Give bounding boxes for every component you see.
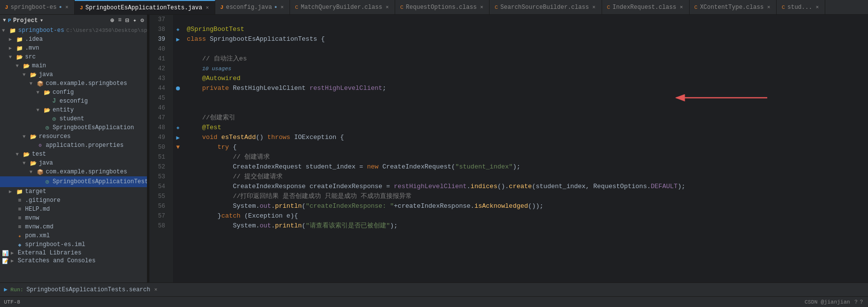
- tree-item-java-test[interactable]: ▼ 📂 java: [0, 159, 147, 167]
- tab-label: springboot-es: [11, 4, 57, 11]
- gutter-49[interactable]: ▶: [173, 133, 183, 142]
- tab-IndexRequest[interactable]: C IndexRequest.class ×: [602, 0, 690, 15]
- tree-item-app[interactable]: ▶ ⊙ SpringbootEsApplication: [0, 123, 147, 132]
- tree-item-tests-selected[interactable]: ▶ ⊙ SpringbootEsApplicationTests: [0, 176, 147, 187]
- tab-close[interactable]: ×: [64, 4, 70, 10]
- tab-MatchQueryBuilder[interactable]: C MatchQueryBuilder.class ×: [290, 0, 395, 15]
- tree-item-resources[interactable]: ▼ 📂 resources: [0, 132, 147, 141]
- tab-esconfig[interactable]: J esconfig.java ● ×: [215, 0, 290, 15]
- gutter-44[interactable]: [173, 84, 183, 93]
- tab-SearchSourceBuilder[interactable]: C SearchSourceBuilder.class ×: [490, 0, 602, 15]
- run-close[interactable]: ×: [154, 287, 158, 293]
- folder-icon: 📂: [43, 88, 51, 96]
- toolbar-icon-4[interactable]: ✦: [133, 17, 137, 24]
- annotation-test: @Test: [202, 123, 221, 133]
- tree-item-test[interactable]: ▼ 📂 test: [0, 150, 147, 159]
- tree-item-iml[interactable]: ▶ ◆ springboot-es.iml: [0, 240, 147, 249]
- line-num-44: 44: [149, 84, 169, 93]
- tab-close[interactable]: ×: [205, 5, 210, 11]
- folder-icon: 📁: [16, 188, 24, 195]
- status-info: UTF-8: [4, 299, 20, 305]
- tree-item-external-libs[interactable]: 📊 ▶ External Libraries: [0, 249, 147, 257]
- bar-chart-icon: 📊: [2, 250, 9, 256]
- line-num-42: 42: [149, 64, 169, 74]
- code-content[interactable]: @SpringBootTest class SpringbootEsApplic…: [183, 15, 868, 282]
- line-num-49: 49: [149, 133, 169, 142]
- bookmark-icon: ◈: [176, 125, 179, 131]
- tree-label: Scratches and Consoles: [18, 257, 95, 264]
- line-num-50: 50: [149, 142, 169, 152]
- tree-item-mvnw[interactable]: ▶ ≡ mvnw: [0, 214, 147, 223]
- gutter-39[interactable]: ▶: [173, 34, 183, 44]
- tree-item-mvn[interactable]: ▶ 📁 .mvn: [0, 44, 147, 53]
- java-file-icon: ⊙: [50, 115, 58, 123]
- tab-springboot-es[interactable]: J springboot-es ● ×: [0, 0, 75, 15]
- line-num-58: 58: [149, 221, 169, 231]
- toolbar-icon-5[interactable]: ⚙: [141, 17, 144, 24]
- code-view: 37 38 39 40 41 42 43 44 45 46 47 48 49 5…: [149, 15, 868, 282]
- tab-close[interactable]: ×: [679, 4, 684, 10]
- tab-close[interactable]: ×: [591, 4, 597, 10]
- string-result: "createIndexResponse: ": [306, 201, 394, 211]
- tree-item-properties[interactable]: ▶ ⚙ application.properties: [0, 141, 147, 150]
- gutter-47: [173, 113, 183, 123]
- toolbar-icon-2[interactable]: ≡: [118, 17, 121, 24]
- gutter-51: [173, 152, 183, 162]
- folder-icon: 📁: [16, 35, 24, 43]
- field-name: restHighLevelClient: [310, 84, 382, 93]
- tree-arrow: ▼: [23, 72, 29, 78]
- project-header[interactable]: ▼ P Project ▾ ⊕ ≡ ⊟ ✦ ⚙: [0, 15, 147, 26]
- run-icon[interactable]: ▶: [176, 36, 179, 43]
- string-check: "请查看该索引是否已被创建": [306, 221, 390, 231]
- tab-close[interactable]: ×: [766, 4, 772, 10]
- tab-label: XContentType.class: [700, 4, 764, 11]
- toolbar-icon-1[interactable]: ⊕: [111, 17, 114, 24]
- concat: +createIndexResponse.: [394, 201, 474, 211]
- tab-close[interactable]: ×: [280, 4, 285, 10]
- tree-root[interactable]: ▼ 📁 springboot-es C:\Users\24350\Desktop…: [0, 26, 147, 35]
- tree-item-package2[interactable]: ▼ 📦 com.example.springbotes: [0, 167, 147, 176]
- folder-icon: 📂: [23, 62, 30, 70]
- tree-item-esconfig[interactable]: ▶ J esconfig: [0, 97, 147, 106]
- tab-SpringbootEsApplicationTests[interactable]: J SpringbootEsApplicationTests.java ×: [75, 0, 215, 15]
- tree-item-target[interactable]: ▶ 📁 target: [0, 187, 147, 196]
- indent: [187, 123, 202, 133]
- tree-item-idea[interactable]: ▶ 📁 .idea: [0, 35, 147, 44]
- breakpoint-dot[interactable]: [176, 86, 180, 90]
- gutter-56: [173, 201, 183, 211]
- tree-item-mvnw-cmd[interactable]: ▶ ≡ mvnw.cmd: [0, 223, 147, 231]
- tree-item-main[interactable]: ▼ 📂 main: [0, 61, 147, 70]
- tab-stud[interactable]: C stud... ×: [777, 0, 825, 15]
- tab-RequestOptions[interactable]: C RequestOptions.class ×: [395, 0, 490, 15]
- tree-arrow: ▼: [29, 169, 36, 175]
- tab-close[interactable]: ×: [385, 4, 390, 10]
- toolbar-icon-3[interactable]: ⊟: [125, 17, 129, 24]
- tree-arrow: ▼: [29, 81, 36, 86]
- tab-close[interactable]: ×: [814, 4, 820, 10]
- comment-2: //创建索引: [202, 113, 235, 123]
- tree-item-config[interactable]: ▼ 📂 config: [0, 88, 147, 97]
- line-num-46: 46: [149, 103, 169, 113]
- tab-XContentType[interactable]: C XContentType.class ×: [690, 0, 777, 15]
- tab-close[interactable]: ×: [479, 4, 485, 10]
- line-num-39: 39: [149, 34, 169, 44]
- fold-icon[interactable]: ▼: [176, 144, 179, 151]
- tree-item-student[interactable]: ▶ ⊙ student: [0, 114, 147, 123]
- tree-item-package1[interactable]: ▼ 📦 com.example.springbotes: [0, 79, 147, 88]
- tree-item-scratches[interactable]: 📝 ▶ Scratches and Consoles: [0, 257, 147, 265]
- dot3: .: [271, 221, 275, 231]
- gutter-54: [173, 182, 183, 192]
- run-icon[interactable]: ▶: [176, 134, 179, 141]
- tree-item-java[interactable]: ▼ 📂 java: [0, 70, 147, 79]
- tree-item-src[interactable]: ▼ 📂 src: [0, 53, 147, 61]
- code-line-39: class SpringbootEsApplicationTests {: [187, 34, 868, 44]
- tree-item-entity[interactable]: ▼ 📂 entity: [0, 106, 147, 114]
- tree-item-pom[interactable]: ▶ ✦ pom.xml: [0, 231, 147, 240]
- tree-item-help[interactable]: ▶ ≡ HELP.md: [0, 205, 147, 214]
- run-file-label[interactable]: SpringbootEsApplicationTests.search: [27, 286, 150, 293]
- tree-label: com.example.springbotes: [46, 80, 127, 87]
- class-icon: C: [494, 4, 498, 10]
- dot1: .: [467, 182, 471, 192]
- class-icon: C: [295, 4, 298, 10]
- tree-item-gitignore[interactable]: ▶ ≡ .gitignore: [0, 196, 147, 205]
